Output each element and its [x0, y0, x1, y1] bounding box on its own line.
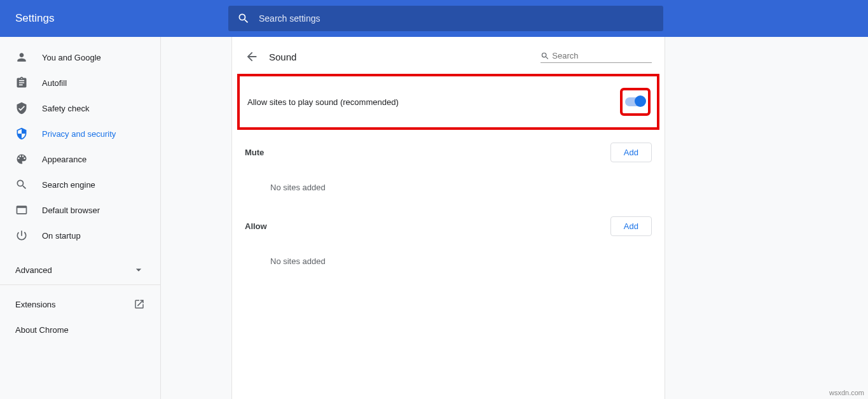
- sidebar-item-appearance[interactable]: Appearance: [0, 146, 160, 172]
- page-search[interactable]: [541, 51, 652, 63]
- palette-icon: [15, 153, 28, 165]
- sidebar-item-extensions[interactable]: Extensions: [0, 291, 160, 317]
- allow-sound-label: Allow sites to play sound (recommended): [247, 97, 399, 107]
- search-icon: [237, 12, 250, 25]
- mute-section: Mute Add No sites added: [232, 137, 665, 211]
- right-gutter: [665, 37, 868, 399]
- allow-title: Allow: [245, 221, 267, 231]
- sidebar-item-label: Appearance: [42, 155, 86, 164]
- allow-sound-toggle-highlight: [620, 88, 651, 116]
- allow-empty-text: No sites added: [245, 241, 652, 285]
- allow-sound-toggle-row: Allow sites to play sound (recommended): [237, 74, 659, 130]
- page-search-input[interactable]: [552, 51, 652, 60]
- clipboard-icon: [15, 76, 28, 89]
- sidebar: You and Google Autofill Safety check Pri…: [0, 37, 161, 399]
- sidebar-item-about-chrome[interactable]: About Chrome: [0, 317, 160, 342]
- sidebar-item-label: On startup: [42, 231, 81, 241]
- shield-icon: [15, 127, 28, 140]
- left-gutter: [161, 37, 232, 399]
- advanced-label: Advanced: [15, 265, 52, 275]
- person-icon: [15, 51, 28, 64]
- sidebar-advanced-toggle[interactable]: Advanced: [0, 255, 160, 285]
- search-icon: [15, 178, 28, 191]
- sidebar-item-you-and-google[interactable]: You and Google: [0, 45, 160, 70]
- sidebar-item-label: Default browser: [42, 206, 100, 215]
- mute-add-button[interactable]: Add: [610, 143, 652, 162]
- app-title: Settings: [15, 12, 228, 25]
- sidebar-item-autofill[interactable]: Autofill: [0, 70, 160, 95]
- mute-empty-text: No sites added: [245, 167, 652, 211]
- chevron-down-icon: [132, 263, 145, 276]
- sidebar-item-label: Autofill: [42, 78, 67, 88]
- sidebar-item-privacy-and-security[interactable]: Privacy and security: [0, 121, 160, 146]
- allow-sound-toggle[interactable]: [625, 97, 645, 106]
- global-search[interactable]: [228, 6, 663, 31]
- main: Sound Allow sites to play sound (recomme…: [161, 37, 868, 399]
- sidebar-item-search-engine[interactable]: Search engine: [0, 172, 160, 197]
- sidebar-item-on-startup[interactable]: On startup: [0, 223, 160, 248]
- browser-icon: [15, 204, 28, 216]
- shield-check-icon: [15, 102, 28, 115]
- page-header: Sound: [232, 37, 665, 74]
- sidebar-item-label: Search engine: [42, 180, 95, 190]
- extensions-label: Extensions: [15, 300, 56, 309]
- allow-add-button[interactable]: Add: [610, 216, 652, 236]
- search-icon: [541, 51, 549, 61]
- global-search-input[interactable]: [259, 13, 654, 24]
- sidebar-item-label: You and Google: [42, 53, 101, 62]
- layout: You and Google Autofill Safety check Pri…: [0, 37, 868, 399]
- watermark: wsxdn.com: [829, 389, 864, 396]
- sidebar-item-label: Safety check: [42, 104, 89, 113]
- header-bar: Settings: [0, 0, 868, 37]
- sidebar-item-default-browser[interactable]: Default browser: [0, 197, 160, 223]
- allow-section: Allow Add No sites added: [232, 211, 665, 285]
- content-panel: Sound Allow sites to play sound (recomme…: [232, 37, 665, 399]
- sidebar-item-safety-check[interactable]: Safety check: [0, 95, 160, 121]
- external-link-icon: [134, 298, 145, 310]
- back-arrow-icon[interactable]: [245, 50, 259, 64]
- about-label: About Chrome: [15, 325, 69, 335]
- power-icon: [15, 229, 28, 242]
- page-title: Sound: [269, 52, 530, 62]
- sidebar-item-label: Privacy and security: [42, 129, 116, 139]
- mute-title: Mute: [245, 148, 264, 157]
